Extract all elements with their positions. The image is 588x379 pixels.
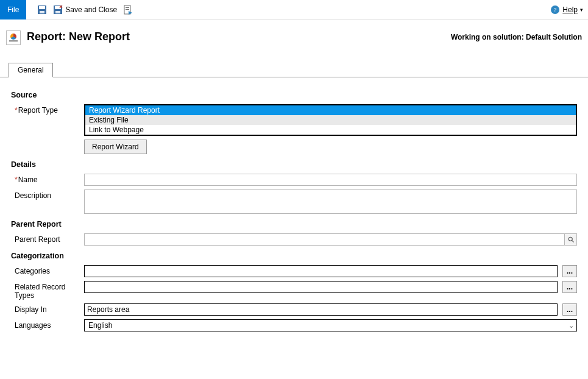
required-marker: * (15, 106, 18, 115)
svg-rect-8 (126, 9, 129, 10)
svg-text:?: ? (554, 7, 557, 13)
report-type-listbox[interactable]: Report Wizard Report Existing File Link … (84, 104, 577, 136)
run-report-button[interactable] (123, 5, 133, 15)
categories-input[interactable] (84, 265, 558, 277)
save-and-close-button[interactable]: Save and Close (53, 5, 117, 15)
report-type-option-wizard[interactable]: Report Wizard Report (85, 105, 576, 115)
report-run-icon (123, 5, 133, 15)
required-marker: * (15, 175, 18, 184)
tab-strip: General (0, 62, 588, 77)
parent-report-label: Parent Report (11, 233, 84, 244)
chevron-down-icon: ▾ (580, 7, 583, 13)
page-header: Report: New Report Working on solution: … (0, 19, 588, 50)
save-and-close-label: Save and Close (65, 5, 117, 14)
categories-label: Categories (11, 265, 84, 275)
display-in-label: Display In (11, 303, 84, 314)
name-input[interactable] (84, 174, 577, 186)
report-type-option-link[interactable]: Link to Webpage (85, 125, 576, 135)
solution-context: Working on solution: Default Solution (451, 30, 582, 41)
lookup-button[interactable] (564, 234, 576, 245)
parent-report-lookup[interactable] (84, 233, 577, 246)
display-in-input[interactable] (84, 303, 558, 316)
help-label: Help (562, 5, 578, 14)
svg-rect-2 (40, 11, 44, 13)
save-and-close-icon (53, 5, 63, 15)
help-menu[interactable]: ? Help ▾ (550, 5, 583, 15)
description-label: Description (11, 190, 84, 200)
search-icon (567, 236, 575, 243)
languages-label: Languages (11, 319, 84, 330)
report-type-option-existing[interactable]: Existing File (85, 115, 576, 125)
svg-point-12 (569, 237, 572, 241)
section-parent: Parent Report (11, 220, 577, 228)
related-types-input[interactable] (84, 281, 558, 293)
svg-rect-5 (55, 11, 60, 13)
section-details: Details (11, 160, 577, 169)
name-label: * Name (11, 174, 84, 184)
report-entity-icon (6, 30, 21, 45)
report-type-label: * Report Type (11, 104, 84, 115)
save-icon (37, 5, 47, 15)
related-types-picker-button[interactable]: ... (562, 281, 577, 293)
toolbar-actions: Save and Close (37, 5, 133, 15)
file-menu-button[interactable]: File (0, 0, 26, 19)
languages-value: English (88, 321, 112, 330)
save-button[interactable] (37, 5, 47, 15)
top-toolbar: File Save and Close ? Help ▾ (0, 0, 588, 19)
parent-report-input[interactable] (85, 234, 564, 245)
svg-rect-1 (39, 6, 45, 9)
help-icon: ? (550, 5, 560, 15)
form-content: Source * Report Type Report Wizard Repor… (0, 77, 588, 331)
section-source: Source (11, 91, 577, 99)
categories-picker-button[interactable]: ... (562, 265, 577, 277)
related-types-label: Related Record Types (11, 281, 84, 300)
file-menu-label: File (7, 5, 19, 14)
page-title: Report: New Report (27, 30, 130, 43)
description-input[interactable] (84, 190, 577, 214)
tab-general[interactable]: General (9, 63, 53, 77)
svg-line-13 (572, 241, 573, 243)
section-categorization: Categorization (11, 252, 577, 260)
report-wizard-button[interactable]: Report Wizard (84, 140, 147, 154)
chevron-down-icon: ⌄ (569, 322, 574, 330)
display-in-picker-button[interactable]: ... (562, 303, 577, 316)
svg-rect-7 (126, 7, 129, 8)
languages-select[interactable]: English ⌄ (84, 319, 577, 331)
tab-general-label: General (18, 66, 44, 74)
